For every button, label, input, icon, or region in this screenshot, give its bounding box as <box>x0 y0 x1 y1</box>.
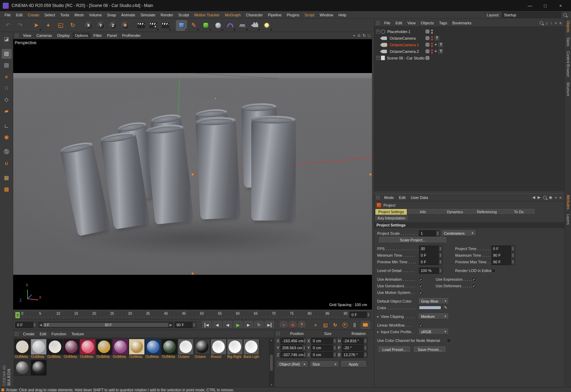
material-item[interactable]: OctMeta <box>145 339 161 359</box>
scale-project-button[interactable]: Scale Project... <box>379 237 446 243</box>
side-tab-content-browser[interactable]: Content Browser <box>566 51 570 77</box>
record-position-button[interactable]: + <box>311 321 320 329</box>
spin-down-icon[interactable]: ▼ <box>304 341 306 343</box>
texture-mode-button[interactable]: ▨ <box>1 60 12 70</box>
spinner-arrows[interactable]: ▲▼ <box>436 231 439 236</box>
object-row-octanecamera[interactable]: OctaneCamera? <box>374 35 564 41</box>
default-object-color-select[interactable]: Gray-Blue▾ <box>419 298 448 304</box>
x-axis-lock-button[interactable]: X <box>83 19 94 31</box>
rotation-h-field[interactable]: -24.816 °▲▼ <box>342 338 367 344</box>
spin-down-icon[interactable]: ▼ <box>440 255 442 257</box>
material-item[interactable]: OctMeta <box>129 339 145 359</box>
scale-tool[interactable]: ◱ <box>55 19 66 31</box>
material-manager-menu-function[interactable]: Function <box>49 331 69 337</box>
magnet-tool-button[interactable]: ∪ <box>1 158 12 168</box>
preview-max-time-field[interactable]: 90 F▲▼ <box>491 259 515 265</box>
material-item[interactable]: Round <box>211 339 227 359</box>
material-item[interactable]: Back Light <box>243 339 259 359</box>
menu-script[interactable]: Script <box>302 12 317 18</box>
object-manager-menu-bookmarks[interactable]: Bookmarks <box>450 20 474 26</box>
menu-render[interactable]: Render <box>158 12 175 18</box>
menu-icon[interactable]: ≡ <box>560 195 562 200</box>
panel-grip[interactable] <box>15 332 19 336</box>
pen-spline-button[interactable]: ✎ <box>188 19 199 31</box>
side-tab-layers[interactable]: Layers <box>566 214 570 225</box>
goto-start-button[interactable]: ◀ <box>202 321 211 329</box>
panel-grip[interactable] <box>376 21 380 25</box>
object-name[interactable]: Scene 08 - Car Studio <box>386 56 426 60</box>
object-name[interactable]: OctaneCamera.1 <box>389 43 420 47</box>
current-frame-field[interactable]: 0 F▲▼ <box>15 322 37 328</box>
add-icon[interactable]: + <box>555 195 557 200</box>
render-visibility-dot[interactable] <box>431 32 433 34</box>
side-tab-takes[interactable]: Takes <box>566 37 570 46</box>
spinner-arrows[interactable]: ▲▼ <box>363 338 367 344</box>
keyframe-selection-button[interactable] <box>361 321 370 329</box>
size-mode-select[interactable]: Size▾ <box>310 361 338 367</box>
unknown-tag-icon[interactable]: ? <box>435 36 439 40</box>
autokey-button[interactable]: ◉ <box>289 321 296 329</box>
range-left-arrow-icon[interactable]: ◀ <box>39 323 43 327</box>
material-item[interactable]: OctMeta <box>14 339 30 359</box>
object-name[interactable]: OctaneCamera <box>389 36 417 40</box>
menu-create[interactable]: Create <box>25 12 42 18</box>
spinner-arrows[interactable]: ▲▼ <box>333 345 336 351</box>
object-row-octanecamera-2[interactable]: OctaneCamera.2⌖? <box>374 48 564 55</box>
scroll-down-icon[interactable]: ▼ <box>270 384 272 386</box>
rotation-b-field[interactable]: 13.276 °▲▼ <box>342 352 367 358</box>
camera-label[interactable]: Perspective <box>15 40 37 45</box>
spin-down-icon[interactable]: ▼ <box>193 325 195 327</box>
editor-visibility-dot[interactable] <box>431 43 433 45</box>
object-row-scene-08-car-studio[interactable]: +Scene 08 - Car Studio <box>374 55 564 61</box>
spin-down-icon[interactable]: ▼ <box>365 348 366 350</box>
material-item[interactable]: OctMeta <box>47 339 63 359</box>
editor-visibility-dot[interactable] <box>431 30 433 31</box>
menu-edit[interactable]: Edit <box>14 12 25 18</box>
tab-referencing[interactable]: Referencing <box>471 209 502 215</box>
unknown-tag-icon[interactable]: ? <box>438 42 443 47</box>
material-item[interactable]: OctMeta <box>161 339 177 359</box>
render-settings-button[interactable] <box>160 19 171 31</box>
spinner-arrows[interactable]: ▲▼ <box>333 338 336 344</box>
rotate-tool[interactable]: ↻ <box>67 19 78 31</box>
record-pla-button[interactable]: ⣿ <box>350 321 359 329</box>
viewport-menu-view[interactable]: View <box>21 33 34 38</box>
input-color-profile-select[interactable]: sRGB▾ <box>419 329 448 335</box>
menu-icon[interactable]: ≡ <box>560 21 562 25</box>
unknown-plugin-button[interactable]: ? <box>298 321 306 329</box>
side-tab-objects[interactable]: Objects <box>566 21 570 32</box>
menu-mograph[interactable]: MoGraph <box>222 12 243 18</box>
make-editable-button[interactable]: ◪ <box>1 34 12 44</box>
menu-animate[interactable]: Animate <box>119 12 137 18</box>
menu-pipeline[interactable]: Pipeline <box>265 12 284 18</box>
menu-sculpt[interactable]: Sculpt <box>176 12 192 18</box>
spinner-arrows[interactable]: ▲▼ <box>511 259 515 265</box>
project-scale-field[interactable]: 1▲▼ <box>419 230 440 237</box>
layer-toggle[interactable] <box>426 36 429 40</box>
material-item[interactable]: OctMeta <box>31 339 47 359</box>
render-visibility-dot[interactable] <box>431 39 433 40</box>
ruler-frame-field[interactable]: 0 F▲▼ <box>350 312 371 318</box>
material-manager-menu-edit[interactable]: Edit <box>37 331 49 337</box>
spinner-arrows[interactable]: ▲▼ <box>511 246 515 251</box>
minimum-time-field[interactable]: 0 F▲▼ <box>419 252 443 258</box>
menu-motion-tracker[interactable]: Motion Tracker <box>192 12 222 18</box>
menu-window[interactable]: Window <box>317 12 335 18</box>
object-manager-menu-file[interactable]: File <box>382 20 393 26</box>
visibility-dots[interactable] <box>431 30 433 34</box>
camera-target-icon[interactable]: ⌖ <box>435 42 437 47</box>
enable-snap-button[interactable]: Ⓢ <box>1 146 12 157</box>
side-tab-attributes[interactable]: Attributes <box>566 195 570 209</box>
material-scrollbar[interactable]: ▲ ▼ <box>269 339 273 386</box>
lock-icon[interactable]: ◉ <box>549 195 553 200</box>
add-icon[interactable]: + <box>555 21 557 25</box>
lock-workplane-button[interactable]: ▩ <box>1 184 12 194</box>
history-back-icon[interactable]: ◀ <box>532 195 535 200</box>
bend-deformer-button[interactable] <box>224 19 236 31</box>
menu-file[interactable]: File <box>2 12 13 18</box>
spin-down-icon[interactable]: ▼ <box>365 355 366 357</box>
spinner-arrows[interactable]: ▲▼ <box>33 322 37 328</box>
material-item[interactable]: Big Right <box>227 339 243 359</box>
viewport-menu-filter[interactable]: Filter <box>91 33 104 38</box>
object-manager-menu-tags[interactable]: Tags <box>437 20 450 26</box>
